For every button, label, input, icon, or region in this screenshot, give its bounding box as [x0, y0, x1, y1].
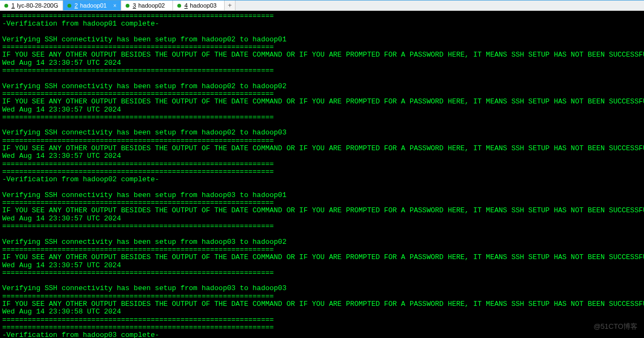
terminal-line: Wed Aug 14 23:30:57 UTC 2024 — [2, 59, 121, 67]
tab-hadoop01[interactable]: 2 hadoop01 × — [63, 1, 121, 10]
terminal-line: IF YOU SEE ANY OTHER OUTPUT BESIDES THE … — [2, 206, 644, 214]
status-dot-icon — [4, 4, 8, 8]
terminal-line: ========================================… — [2, 222, 274, 230]
terminal-line — [2, 230, 7, 238]
terminal[interactable]: ========================================… — [0, 11, 644, 338]
tab-label: 2 hadoop01 — [75, 2, 107, 9]
terminal-line: Verifying SSH connectivity has been setu… — [2, 191, 287, 199]
terminal-line: ========================================… — [2, 137, 274, 145]
terminal-line: -Verification from hadoop03 complete- — [2, 331, 159, 338]
terminal-line: ========================================… — [2, 168, 274, 176]
terminal-line: Wed Aug 14 23:30:57 UTC 2024 — [2, 106, 121, 114]
terminal-line: Wed Aug 14 23:30:57 UTC 2024 — [2, 152, 121, 160]
watermark: @51CTO博客 — [593, 323, 637, 330]
terminal-line: ========================================… — [2, 316, 274, 324]
status-dot-icon — [126, 4, 129, 8]
tab-lyc[interactable]: 1 lyc-80-28-200G — [0, 1, 63, 10]
terminal-line: IF YOU SEE ANY OTHER OUTPUT BESIDES THE … — [2, 97, 644, 106]
status-dot-icon — [177, 4, 181, 8]
status-dot-icon — [67, 4, 71, 8]
terminal-line: ========================================… — [2, 292, 274, 300]
terminal-line: ========================================… — [2, 66, 274, 75]
terminal-line: ========================================… — [2, 269, 274, 277]
terminal-line: Wed Aug 14 23:30:58 UTC 2024 — [2, 308, 121, 316]
terminal-line: ========================================… — [2, 160, 274, 168]
terminal-line: ========================================… — [2, 12, 274, 20]
terminal-line: ========================================… — [2, 245, 274, 254]
tab-hadoop02[interactable]: 3 hadoop02 — [121, 1, 173, 10]
tab-bar-filler — [236, 1, 644, 10]
terminal-line: Verifying SSH connectivity has been setu… — [2, 35, 287, 44]
terminal-line: IF YOU SEE ANY OTHER OUTPUT BESIDES THE … — [2, 51, 644, 59]
terminal-line: ========================================… — [2, 90, 274, 98]
terminal-line — [2, 183, 7, 192]
terminal-line — [2, 121, 7, 129]
terminal-line — [2, 74, 7, 82]
terminal-line: -Verification from hadoop02 complete- — [2, 175, 159, 183]
terminal-line: IF YOU SEE ANY OTHER OUTPUT BESIDES THE … — [2, 300, 644, 308]
terminal-line: Verifying SSH connectivity has been setu… — [2, 284, 287, 292]
add-tab-button[interactable]: + — [225, 1, 236, 10]
terminal-line: Verifying SSH connectivity has been setu… — [2, 82, 287, 90]
terminal-line — [2, 28, 7, 36]
terminal-line — [2, 276, 7, 285]
terminal-line: ========================================… — [2, 323, 274, 331]
close-icon[interactable]: × — [110, 3, 116, 9]
terminal-line: Verifying SSH connectivity has been setu… — [2, 238, 287, 246]
tab-bar: 1 lyc-80-28-200G 2 hadoop01 × 3 hadoop02… — [0, 0, 644, 11]
terminal-line: Verifying SSH connectivity has been setu… — [2, 128, 287, 137]
terminal-line: -Verification from hadoop01 complete- — [2, 20, 159, 28]
tab-label: 3 hadoop02 — [133, 2, 165, 9]
terminal-line: Wed Aug 14 23:30:57 UTC 2024 — [2, 261, 121, 269]
tab-hadoop03[interactable]: 4 hadoop03 — [173, 1, 225, 10]
terminal-line: ========================================… — [2, 199, 274, 207]
terminal-line: ========================================… — [2, 43, 274, 51]
tab-label: 4 hadoop03 — [184, 2, 216, 9]
terminal-line: IF YOU SEE ANY OTHER OUTPUT BESIDES THE … — [2, 253, 644, 261]
terminal-line: Wed Aug 14 23:30:57 UTC 2024 — [2, 214, 121, 223]
terminal-line: ========================================… — [2, 113, 274, 121]
terminal-line: IF YOU SEE ANY OTHER OUTPUT BESIDES THE … — [2, 144, 644, 152]
tab-label: 1 lyc-80-28-200G — [11, 2, 58, 9]
